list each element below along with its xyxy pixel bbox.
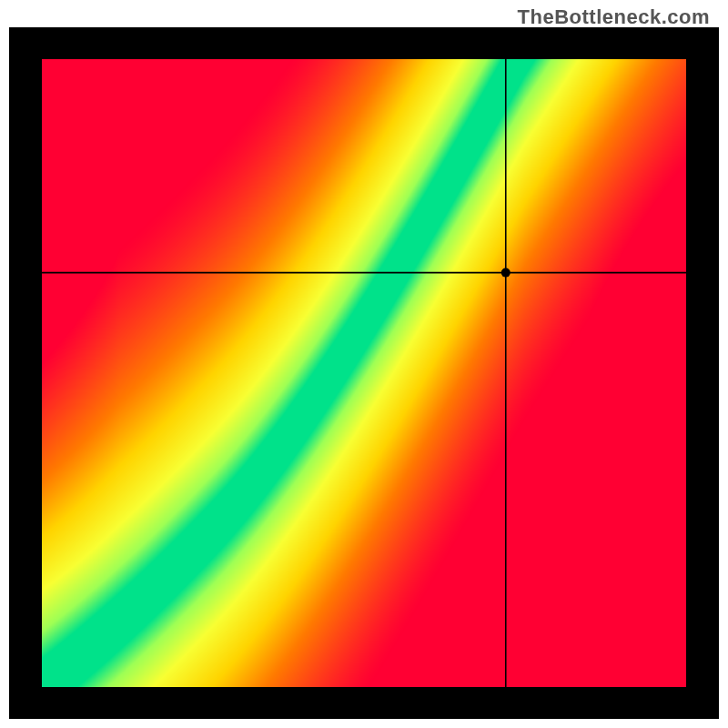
bottleneck-heatmap (9, 27, 719, 719)
watermark-text: TheBottleneck.com (518, 5, 710, 29)
chart-container (9, 27, 719, 719)
